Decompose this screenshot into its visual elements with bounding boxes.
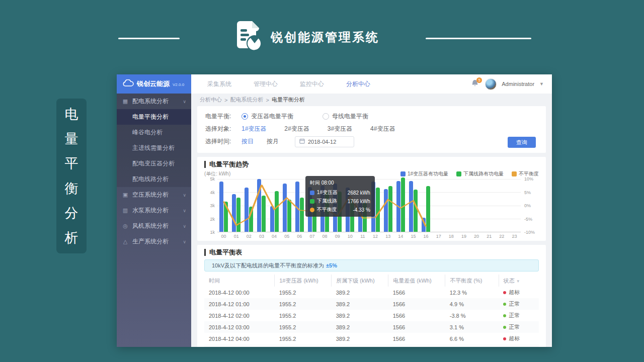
sidebar-menu: ▦配电系统分析∨电量平衡分析峰谷电分析主进线需量分析配电变压器分析配电线路分析▣…	[117, 94, 191, 347]
nav-item-管理中心[interactable]: 管理中心	[254, 80, 278, 88]
table-row[interactable]: 2018-4-12 01:001955.2389.215664.9 %正常	[204, 298, 539, 310]
table-row[interactable]: 2018-4-12 04:001955.2389.215666.6 %超标	[204, 333, 539, 344]
radio-变压器电量平衡[interactable]: 变压器电量平衡	[242, 112, 293, 121]
column-header-1#变压器 (kWh): 1#变压器 (kWh)	[275, 275, 332, 287]
app-logo[interactable]: 锐创云能源 V2.0.0	[117, 74, 191, 94]
table-row[interactable]: 2018-4-12 05:001955.2389.215660.9 %正常	[204, 344, 539, 347]
sidebar-item-峰谷电分析[interactable]: 峰谷电分析	[117, 125, 191, 140]
filter-caret-icon[interactable]: ▼	[516, 279, 520, 284]
chart-title: 电量平衡趋势	[204, 161, 539, 168]
date-value: 2018-04-12	[308, 139, 336, 145]
cloud-icon	[123, 79, 134, 89]
transformer-select-group: 1#变压器2#变压器3#变压器4#变压器	[242, 125, 413, 133]
tooltip-row: 下属线路1766 kWh	[310, 198, 370, 205]
topbar-right: 5 Administrator ▼	[471, 74, 552, 94]
compressor-icon: ▣	[122, 192, 129, 198]
sidebar-item-电量平衡分析[interactable]: 电量平衡分析	[117, 109, 191, 125]
query-button[interactable]: 查询	[508, 137, 536, 148]
user-menu-caret-icon[interactable]: ▼	[539, 81, 544, 86]
time-mode-按日[interactable]: 按日	[242, 137, 254, 146]
breadcrumb-item[interactable]: 配电系统分析	[230, 96, 263, 104]
status-label: 正常	[509, 312, 520, 318]
chevron-down-icon: ∨	[183, 99, 186, 104]
object-chip-2#变压器[interactable]: 2#变压器	[284, 125, 309, 133]
sidebar-group-空压系统分析[interactable]: ▣空压系统分析∨	[117, 187, 191, 203]
app-topbar: 锐创云能源 V2.0.0 采集系统管理中心监控中心分析中心 5 Administ…	[117, 74, 552, 94]
chart-plot-area[interactable]: 时间 08:00 1#变压器2682 kWh下属线路1766 kWh不平衡度-4…	[217, 179, 521, 232]
object-chip-1#变压器[interactable]: 1#变压器	[242, 125, 266, 133]
time-mode-按月[interactable]: 按月	[267, 137, 279, 146]
status-label: 超标	[509, 289, 520, 295]
status-label: 超标	[509, 335, 520, 341]
table-row[interactable]: 2018-4-12 00:001955.2389.2156612.3 %超标	[204, 287, 539, 298]
chevron-down-icon: ∨	[183, 239, 186, 244]
fan-icon: ◎	[122, 223, 129, 229]
chart-card: 电量平衡趋势 (单位: kWh) 1#变压器有功电量下属线路有功电量不平衡度 5…	[197, 157, 546, 241]
breadcrumb-item[interactable]: 分析中心	[200, 96, 222, 104]
balance-table: 时间1#变压器 (kWh)所属下级 (kWh)电量差值 (kWh)不平衡度 (%…	[204, 275, 539, 347]
app-window: 锐创云能源 V2.0.0 采集系统管理中心监控中心分析中心 5 Administ…	[117, 74, 552, 347]
sidebar-group-生产系统分析[interactable]: △生产系统分析∨	[117, 234, 191, 249]
radio-母线电量平衡[interactable]: 母线电量平衡	[323, 112, 368, 121]
legend-item-下属线路有功电量[interactable]: 下属线路有功电量	[456, 170, 504, 177]
time-select-label: 选择时间:	[205, 137, 242, 146]
sidebar-group-风机系统分析[interactable]: ◎风机系统分析∨	[117, 218, 191, 234]
user-avatar[interactable]	[485, 78, 497, 90]
notification-badge: 5	[476, 77, 482, 83]
filter-panel: 电量平衡: 变压器电量平衡母线电量平衡 选择对象: 1#变压器2#变压器3#变压…	[197, 106, 546, 153]
column-header-所属下级 (kWh): 所属下级 (kWh)	[332, 275, 388, 287]
object-chip-3#变压器[interactable]: 3#变压器	[328, 125, 352, 133]
brand-name: 锐创云能源	[137, 79, 170, 88]
document-edit-icon	[235, 21, 263, 53]
balance-type-radio-group: 变压器电量平衡母线电量平衡	[242, 112, 397, 121]
page-title: 锐创能源管理系统	[271, 29, 379, 45]
vertical-topic-tag: 电量平衡分析	[56, 99, 87, 253]
status-dot-icon	[503, 303, 506, 306]
chart-legend: 1#变压器有功电量下属线路有功电量不平衡度	[400, 170, 539, 177]
column-header-电量差值 (kWh): 电量差值 (kWh)	[388, 275, 445, 287]
column-header-时间: 时间	[204, 275, 275, 287]
chevron-down-icon: ∨	[183, 208, 186, 213]
table-body: 2018-4-12 00:001955.2389.2156612.3 %超标20…	[204, 287, 539, 347]
balance-type-label: 电量平衡:	[205, 112, 242, 121]
table-row[interactable]: 2018-4-12 02:001955.2389.21566-3.8 %正常	[204, 310, 539, 321]
right-axis-labels: 10%5%0%-5%-10%	[521, 179, 539, 232]
nav-item-监控中心[interactable]: 监控中心	[300, 80, 324, 88]
tooltip-time: 时间 08:00	[310, 179, 370, 187]
nav-item-采集系统[interactable]: 采集系统	[207, 80, 231, 88]
sidebar-item-配电线路分析[interactable]: 配电线路分析	[117, 171, 191, 187]
notice-text: 10kV及以下配电线路的电量不平衡度的标准为	[212, 262, 324, 269]
notification-bell-icon[interactable]: 5	[471, 79, 480, 89]
status-label: 正常	[509, 324, 520, 330]
main-content: 分析中心>配电系统分析>电量平衡分析 电量平衡: 变压器电量平衡母线电量平衡 选…	[191, 94, 552, 347]
nav-item-分析中心[interactable]: 分析中心	[346, 80, 370, 88]
header-right-line	[426, 38, 531, 39]
status-dot-icon	[503, 337, 506, 340]
object-select-label: 选择对象:	[205, 125, 242, 133]
object-chip-4#变压器[interactable]: 4#变压器	[370, 125, 395, 133]
status-dot-icon	[503, 291, 506, 294]
status-dot-icon	[503, 314, 506, 317]
column-header-不平衡度 (%): 不平衡度 (%)	[445, 275, 499, 287]
notice-value: ±5%	[326, 262, 337, 268]
left-axis-labels: 5k4k3k2k1k	[204, 179, 217, 232]
breadcrumb-item: 电量平衡分析	[272, 96, 305, 104]
table-row[interactable]: 2018-4-12 03:001955.2389.215663.1 %正常	[204, 321, 539, 333]
breadcrumb: 分析中心>配电系统分析>电量平衡分析	[191, 94, 552, 106]
brand-version: V2.0.0	[173, 82, 184, 87]
chevron-down-icon: ∨	[183, 193, 186, 198]
table-header-row: 时间1#变压器 (kWh)所属下级 (kWh)电量差值 (kWh)不平衡度 (%…	[204, 275, 539, 287]
table-title: 电量平衡表	[204, 249, 539, 256]
column-header-状态[interactable]: 状态▼	[499, 275, 539, 287]
date-picker-input[interactable]: 2018-04-12	[295, 136, 354, 147]
chart-tooltip: 时间 08:00 1#变压器2682 kWh下属线路1766 kWh不平衡度-4…	[305, 176, 375, 217]
sidebar-item-主进线需量分析[interactable]: 主进线需量分析	[117, 140, 191, 156]
pump-icon: ▥	[122, 207, 129, 214]
chart-unit-label: (单位: kWh)	[204, 170, 230, 177]
x-axis-labels: 0001020304050607080910111213141516171819…	[217, 234, 521, 239]
sidebar-group-配电系统分析[interactable]: ▦配电系统分析∨	[117, 94, 191, 109]
top-nav: 采集系统管理中心监控中心分析中心	[191, 74, 471, 94]
legend-item-1#变压器有功电量[interactable]: 1#变压器有功电量	[400, 170, 448, 177]
sidebar-item-配电变压器分析[interactable]: 配电变压器分析	[117, 156, 191, 171]
sidebar-group-水泵系统分析[interactable]: ▥水泵系统分析∨	[117, 203, 191, 218]
